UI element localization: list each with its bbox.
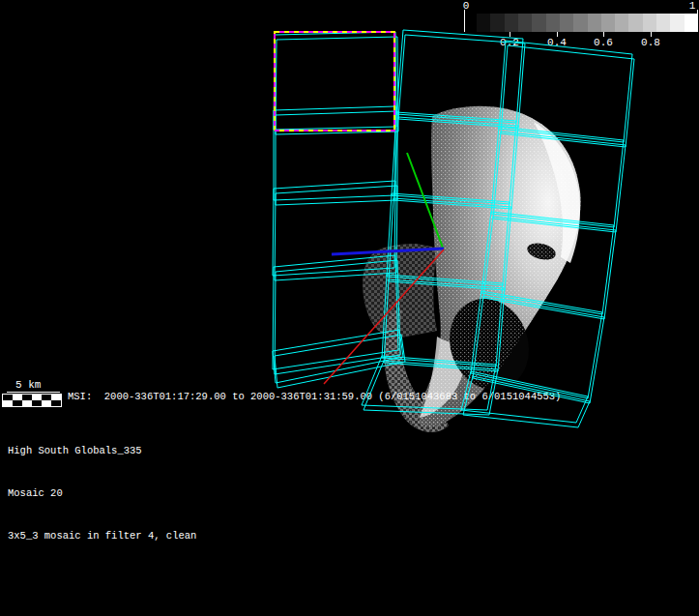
scale-bar-checker: [2, 394, 62, 407]
scale-bar-cell: [51, 400, 61, 406]
info-sequence-name: High South Globals_335: [8, 444, 196, 458]
info-mosaic-number: Mosaic 20: [8, 486, 196, 501]
status-line: MSI: 2000-336T01:17:29.00 to 2000-336T01…: [68, 391, 561, 403]
colorbar-step: [560, 14, 573, 32]
colorbar-step: [601, 14, 615, 32]
colorbar-step: [505, 14, 518, 32]
colorbar-max-tick: [697, 10, 698, 32]
colorbar-step: [477, 14, 490, 32]
scale-bar-cell: [42, 400, 51, 406]
colorbar-step: [490, 14, 504, 32]
scale-bar-cell: [32, 400, 42, 406]
scale-bar-cell: [13, 400, 22, 406]
colorbar-step: [670, 14, 684, 32]
colorbar-step: [532, 14, 545, 32]
scale-bar-cell: [3, 400, 13, 406]
colorbar-tick-label: 0.2: [500, 38, 519, 48]
colorbar-step: [588, 14, 601, 32]
colorbar-step: [628, 14, 642, 32]
colorbar-tick-label: 0.8: [641, 38, 660, 48]
colorbar-step: [518, 14, 532, 32]
asteroid-shape-model: [363, 106, 580, 432]
colorbar-min-tick: [464, 10, 465, 32]
scale-bar-label: 5 km: [15, 379, 41, 391]
viewport[interactable]: 0 1 0.20.40.60.8 5 km MSI: 2000-336T01:1…: [0, 0, 699, 616]
colorbar-tick-label: 0.6: [594, 38, 613, 48]
colorbar-max-label: 1: [689, 1, 696, 12]
colorbar-step: [573, 14, 587, 32]
colorbar-step: [656, 14, 670, 32]
info-mosaic-description: 3x5_3 mosaic in filter 4, clean: [8, 529, 196, 543]
scale-bar-underline: [7, 392, 60, 393]
mosaic-info: High South Globals_335 Mosaic 20 3x5_3 m…: [8, 416, 196, 572]
scale-bar-cell: [22, 400, 32, 406]
colorbar-step: [615, 14, 628, 32]
colorbar-gradient: [477, 14, 698, 32]
colorbar-step: [643, 14, 656, 32]
colorbar-step: [684, 14, 698, 32]
colorbar-tick-label: 0.4: [547, 38, 567, 48]
colorbar-step: [546, 14, 560, 32]
